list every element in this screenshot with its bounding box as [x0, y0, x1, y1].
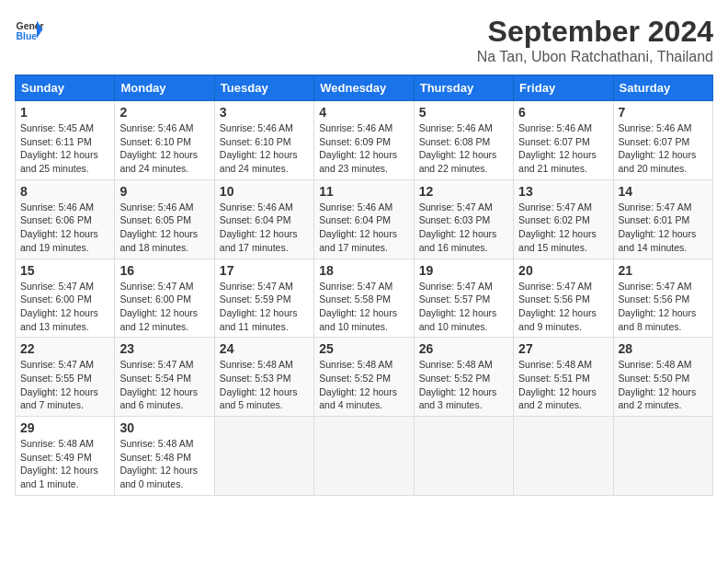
- day-number: 25: [319, 341, 408, 356]
- day-number: 7: [619, 105, 708, 120]
- logo-icon: General Blue: [15, 15, 44, 44]
- location-title: Na Tan, Ubon Ratchathani, Thailand: [477, 49, 713, 65]
- month-title: September 2024: [477, 15, 713, 49]
- day-number: 20: [518, 263, 608, 278]
- logo: General Blue: [15, 15, 44, 44]
- day-info: Sunrise: 5:46 AMSunset: 6:10 PMDaylight:…: [220, 122, 298, 174]
- day-number: 15: [20, 263, 109, 278]
- day-number: 28: [619, 341, 708, 356]
- day-info: Sunrise: 5:47 AMSunset: 6:00 PMDaylight:…: [119, 281, 198, 332]
- day-info: Sunrise: 5:48 AMSunset: 5:52 PMDaylight:…: [319, 359, 397, 410]
- day-info: Sunrise: 5:47 AMSunset: 6:03 PMDaylight:…: [419, 201, 497, 253]
- day-info: Sunrise: 5:46 AMSunset: 6:08 PMDaylight:…: [419, 122, 497, 174]
- calendar-cell: 3 Sunrise: 5:46 AMSunset: 6:10 PMDayligh…: [214, 101, 313, 180]
- calendar-cell: 24 Sunrise: 5:48 AMSunset: 5:53 PMDaylig…: [214, 338, 313, 417]
- weekday-header-friday: Friday: [514, 75, 613, 101]
- week-row-1: 1 Sunrise: 5:45 AMSunset: 6:11 PMDayligh…: [16, 101, 713, 180]
- day-info: Sunrise: 5:47 AMSunset: 5:57 PMDaylight:…: [419, 281, 497, 332]
- calendar-cell: 10 Sunrise: 5:46 AMSunset: 6:04 PMDaylig…: [214, 179, 313, 259]
- day-info: Sunrise: 5:46 AMSunset: 6:04 PMDaylight:…: [319, 201, 397, 253]
- calendar-cell: 6 Sunrise: 5:46 AMSunset: 6:07 PMDayligh…: [514, 101, 613, 180]
- day-info: Sunrise: 5:47 AMSunset: 5:58 PMDaylight:…: [319, 281, 397, 332]
- calendar-cell: [214, 417, 313, 496]
- day-info: Sunrise: 5:46 AMSunset: 6:07 PMDaylight:…: [619, 122, 697, 174]
- day-number: 10: [220, 184, 309, 199]
- calendar-cell: 5 Sunrise: 5:46 AMSunset: 6:08 PMDayligh…: [414, 101, 513, 180]
- week-row-5: 29 Sunrise: 5:48 AMSunset: 5:49 PMDaylig…: [16, 417, 713, 496]
- day-number: 24: [220, 341, 309, 356]
- calendar-cell: 30 Sunrise: 5:48 AMSunset: 5:48 PMDaylig…: [115, 417, 214, 496]
- calendar-cell: 28 Sunrise: 5:48 AMSunset: 5:50 PMDaylig…: [613, 338, 712, 417]
- day-number: 9: [119, 184, 209, 199]
- calendar-cell: 26 Sunrise: 5:48 AMSunset: 5:52 PMDaylig…: [414, 338, 513, 417]
- calendar-cell: 9 Sunrise: 5:46 AMSunset: 6:05 PMDayligh…: [115, 179, 214, 259]
- day-info: Sunrise: 5:48 AMSunset: 5:52 PMDaylight:…: [419, 359, 497, 410]
- calendar-cell: 8 Sunrise: 5:46 AMSunset: 6:06 PMDayligh…: [16, 179, 115, 259]
- day-info: Sunrise: 5:47 AMSunset: 6:01 PMDaylight:…: [619, 201, 697, 253]
- calendar-cell: 2 Sunrise: 5:46 AMSunset: 6:10 PMDayligh…: [115, 101, 214, 180]
- day-number: 19: [419, 263, 508, 278]
- day-info: Sunrise: 5:47 AMSunset: 5:56 PMDaylight:…: [518, 281, 597, 332]
- day-info: Sunrise: 5:47 AMSunset: 5:54 PMDaylight:…: [119, 359, 198, 410]
- title-area: September 2024 Na Tan, Ubon Ratchathani,…: [477, 15, 713, 65]
- day-number: 22: [20, 341, 109, 356]
- day-number: 3: [220, 105, 309, 120]
- day-info: Sunrise: 5:46 AMSunset: 6:04 PMDaylight:…: [220, 201, 298, 253]
- weekday-header-tuesday: Tuesday: [214, 75, 313, 101]
- day-info: Sunrise: 5:48 AMSunset: 5:48 PMDaylight:…: [119, 438, 198, 489]
- weekday-header-wednesday: Wednesday: [314, 75, 414, 101]
- day-info: Sunrise: 5:48 AMSunset: 5:53 PMDaylight:…: [220, 359, 298, 410]
- week-row-4: 22 Sunrise: 5:47 AMSunset: 5:55 PMDaylig…: [16, 338, 713, 417]
- calendar-cell: 11 Sunrise: 5:46 AMSunset: 6:04 PMDaylig…: [314, 179, 414, 259]
- calendar-cell: 12 Sunrise: 5:47 AMSunset: 6:03 PMDaylig…: [414, 179, 513, 259]
- day-number: 2: [119, 105, 209, 120]
- day-info: Sunrise: 5:47 AMSunset: 5:56 PMDaylight:…: [619, 281, 697, 332]
- day-info: Sunrise: 5:46 AMSunset: 6:10 PMDaylight:…: [119, 122, 198, 174]
- calendar-cell: 22 Sunrise: 5:47 AMSunset: 5:55 PMDaylig…: [16, 338, 115, 417]
- day-number: 21: [619, 263, 708, 278]
- calendar-cell: 18 Sunrise: 5:47 AMSunset: 5:58 PMDaylig…: [314, 259, 414, 338]
- day-info: Sunrise: 5:46 AMSunset: 6:05 PMDaylight:…: [119, 201, 198, 253]
- calendar-cell: [314, 417, 414, 496]
- weekday-header-saturday: Saturday: [613, 75, 712, 101]
- calendar-table: SundayMondayTuesdayWednesdayThursdayFrid…: [15, 75, 713, 496]
- calendar-cell: [613, 417, 712, 496]
- calendar-cell: [414, 417, 513, 496]
- calendar-cell: 21 Sunrise: 5:47 AMSunset: 5:56 PMDaylig…: [613, 259, 712, 338]
- calendar-cell: 4 Sunrise: 5:46 AMSunset: 6:09 PMDayligh…: [314, 101, 414, 180]
- day-number: 30: [119, 420, 209, 435]
- calendar-cell: 13 Sunrise: 5:47 AMSunset: 6:02 PMDaylig…: [514, 179, 613, 259]
- calendar-cell: 19 Sunrise: 5:47 AMSunset: 5:57 PMDaylig…: [414, 259, 513, 338]
- day-number: 1: [20, 105, 109, 120]
- day-info: Sunrise: 5:46 AMSunset: 6:06 PMDaylight:…: [20, 201, 98, 253]
- calendar-cell: 20 Sunrise: 5:47 AMSunset: 5:56 PMDaylig…: [514, 259, 613, 338]
- day-number: 11: [319, 184, 408, 199]
- calendar-cell: 25 Sunrise: 5:48 AMSunset: 5:52 PMDaylig…: [314, 338, 414, 417]
- weekday-header-sunday: Sunday: [16, 75, 115, 101]
- day-number: 5: [419, 105, 508, 120]
- day-number: 4: [319, 105, 408, 120]
- day-info: Sunrise: 5:46 AMSunset: 6:07 PMDaylight:…: [518, 122, 597, 174]
- day-info: Sunrise: 5:48 AMSunset: 5:50 PMDaylight:…: [619, 359, 697, 410]
- day-number: 16: [119, 263, 209, 278]
- calendar-cell: 7 Sunrise: 5:46 AMSunset: 6:07 PMDayligh…: [613, 101, 712, 180]
- calendar-cell: 23 Sunrise: 5:47 AMSunset: 5:54 PMDaylig…: [115, 338, 214, 417]
- page-header: General Blue September 2024 Na Tan, Ubon…: [15, 15, 713, 65]
- day-number: 13: [518, 184, 608, 199]
- day-info: Sunrise: 5:47 AMSunset: 6:00 PMDaylight:…: [20, 281, 98, 332]
- day-number: 23: [119, 341, 209, 356]
- day-number: 14: [619, 184, 708, 199]
- weekday-header-monday: Monday: [115, 75, 214, 101]
- calendar-cell: 14 Sunrise: 5:47 AMSunset: 6:01 PMDaylig…: [613, 179, 712, 259]
- day-info: Sunrise: 5:47 AMSunset: 5:59 PMDaylight:…: [220, 281, 298, 332]
- day-number: 12: [419, 184, 508, 199]
- day-number: 26: [419, 341, 508, 356]
- day-number: 17: [220, 263, 309, 278]
- calendar-cell: 1 Sunrise: 5:45 AMSunset: 6:11 PMDayligh…: [16, 101, 115, 180]
- day-number: 6: [518, 105, 608, 120]
- day-info: Sunrise: 5:45 AMSunset: 6:11 PMDaylight:…: [20, 122, 98, 174]
- calendar-cell: 29 Sunrise: 5:48 AMSunset: 5:49 PMDaylig…: [16, 417, 115, 496]
- weekday-header-thursday: Thursday: [414, 75, 513, 101]
- calendar-cell: 16 Sunrise: 5:47 AMSunset: 6:00 PMDaylig…: [115, 259, 214, 338]
- day-info: Sunrise: 5:47 AMSunset: 5:55 PMDaylight:…: [20, 359, 98, 410]
